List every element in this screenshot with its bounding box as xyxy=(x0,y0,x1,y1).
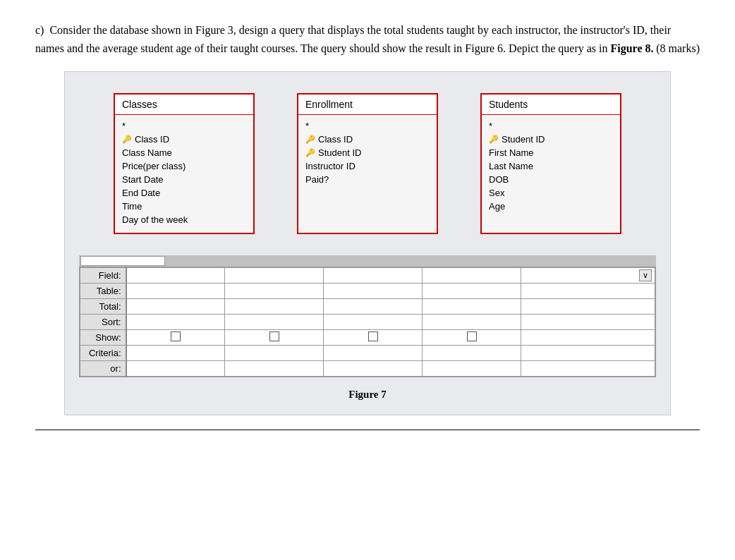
show-cell-5[interactable] xyxy=(521,330,655,346)
enrollment-table: Enrollment * 🔑 Class ID 🔑 Student ID Ins… xyxy=(297,93,438,234)
or-cell-3[interactable] xyxy=(324,361,423,377)
total-cell-3[interactable] xyxy=(324,299,423,315)
or-cell-5[interactable] xyxy=(521,361,655,377)
sort-cell-1[interactable] xyxy=(126,315,225,330)
students-age-label: Age xyxy=(489,201,505,212)
question-block: c) Consider the database shown in Figure… xyxy=(35,21,700,430)
query-grid-area: Field: ∨ Table: xyxy=(79,267,656,377)
show-cell-4[interactable] xyxy=(423,330,521,346)
classes-row-classname: Class Name xyxy=(122,146,246,159)
table-cell-5[interactable] xyxy=(521,284,655,299)
enrollment-studentid-label: Student ID xyxy=(318,147,361,158)
field-cell-4[interactable] xyxy=(423,268,521,284)
or-row: or: xyxy=(80,361,655,377)
marks: (8 marks) xyxy=(656,39,700,58)
enrollment-table-body: * 🔑 Class ID 🔑 Student ID Instructor ID … xyxy=(298,115,437,190)
checkbox-1[interactable] xyxy=(171,331,181,341)
criteria-cell-3[interactable] xyxy=(324,346,423,361)
table-cell-4[interactable] xyxy=(423,284,521,299)
students-row-firstname: First Name xyxy=(489,146,613,159)
students-row-age: Age xyxy=(489,200,613,213)
table-label: Table: xyxy=(80,284,126,299)
students-firstname-label: First Name xyxy=(489,147,534,158)
dropdown-arrow-icon[interactable]: ∨ xyxy=(639,269,652,281)
figure-container: Classes * 🔑 Class ID Class Name Price(pe… xyxy=(64,71,671,415)
show-row: Show: xyxy=(80,330,655,346)
table-row: Table: xyxy=(80,284,655,299)
students-studentid-label: Student ID xyxy=(502,134,545,145)
checkbox-4[interactable] xyxy=(467,331,477,341)
classes-table: Classes * 🔑 Class ID Class Name Price(pe… xyxy=(114,93,255,234)
or-cell-4[interactable] xyxy=(423,361,521,377)
classes-table-header: Classes xyxy=(115,95,253,115)
key-icon-enrollment-classid: 🔑 xyxy=(305,135,315,144)
students-asterisk: * xyxy=(489,119,613,133)
enrollment-row-studentid: 🔑 Student ID xyxy=(305,146,430,159)
students-row-dob: DOB xyxy=(489,173,613,186)
students-row-studentid: 🔑 Student ID xyxy=(489,133,613,146)
sort-cell-2[interactable] xyxy=(225,315,324,330)
checkbox-2[interactable] xyxy=(269,331,279,341)
show-label: Show: xyxy=(80,330,126,346)
enrollment-row-instructorid: Instructor ID xyxy=(305,159,430,173)
total-cell-5[interactable] xyxy=(521,299,655,315)
criteria-cell-1[interactable] xyxy=(126,346,225,361)
sort-row: Sort: xyxy=(80,315,655,330)
enrollment-asterisk: * xyxy=(305,119,430,133)
figure-ref: Figure 8. xyxy=(610,42,653,54)
show-cell-2[interactable] xyxy=(225,330,324,346)
classes-price-label: Price(per class) xyxy=(122,161,186,171)
show-cell-1[interactable] xyxy=(126,330,225,346)
criteria-row: Criteria: xyxy=(80,346,655,361)
classes-classid-label: Class ID xyxy=(135,134,169,145)
criteria-label: Criteria: xyxy=(80,346,126,361)
question-text: c) Consider the database shown in Figure… xyxy=(35,21,700,57)
field-cell-1[interactable] xyxy=(126,268,225,284)
checkbox-3[interactable] xyxy=(368,331,378,341)
question-label: c) xyxy=(35,21,44,39)
scrollbar-thumb[interactable] xyxy=(80,256,165,266)
classes-asterisk: * xyxy=(122,119,246,133)
classes-dayofweek-label: Day of the week xyxy=(122,214,188,225)
field-cell-2[interactable] xyxy=(225,268,324,284)
sort-cell-3[interactable] xyxy=(324,315,423,330)
key-icon-classid: 🔑 xyxy=(122,135,132,144)
enrollment-paid-label: Paid? xyxy=(305,174,329,185)
students-sex-label: Sex xyxy=(489,188,504,198)
or-cell-2[interactable] xyxy=(225,361,324,377)
show-cell-3[interactable] xyxy=(324,330,423,346)
query-grid-table: Field: ∨ Table: xyxy=(80,267,655,377)
total-cell-2[interactable] xyxy=(225,299,324,315)
classes-classname-label: Class Name xyxy=(122,147,172,158)
or-cell-1[interactable] xyxy=(126,361,225,377)
classes-row-enddate: End Date xyxy=(122,186,246,200)
classes-row-price: Price(per class) xyxy=(122,159,246,173)
classes-table-body: * 🔑 Class ID Class Name Price(per class)… xyxy=(115,115,253,231)
field-label: Field: xyxy=(80,268,126,284)
field-cell-3[interactable] xyxy=(324,268,423,284)
sort-cell-5[interactable] xyxy=(521,315,655,330)
enrollment-table-header: Enrollment xyxy=(298,95,437,115)
table-cell-2[interactable] xyxy=(225,284,324,299)
total-label: Total: xyxy=(80,299,126,315)
criteria-cell-4[interactable] xyxy=(423,346,521,361)
field-cell-5-dropdown[interactable]: ∨ xyxy=(521,268,655,284)
sort-cell-4[interactable] xyxy=(423,315,521,330)
total-cell-4[interactable] xyxy=(423,299,521,315)
classes-time-label: Time xyxy=(122,201,142,212)
classes-row-dayofweek: Day of the week xyxy=(122,213,246,226)
scrollbar-area[interactable] xyxy=(79,255,656,267)
classes-row-classid: 🔑 Class ID xyxy=(122,133,246,146)
students-row-lastname: Last Name xyxy=(489,159,613,173)
bottom-rule xyxy=(35,430,700,430)
key-icon-students-studentid: 🔑 xyxy=(489,135,499,144)
total-cell-1[interactable] xyxy=(126,299,225,315)
enrollment-row-paid: Paid? xyxy=(305,173,430,186)
students-table-body: * 🔑 Student ID First Name Last Name DOB xyxy=(482,115,620,217)
criteria-cell-2[interactable] xyxy=(225,346,324,361)
criteria-cell-5[interactable] xyxy=(521,346,655,361)
table-cell-1[interactable] xyxy=(126,284,225,299)
table-cell-3[interactable] xyxy=(324,284,423,299)
tables-area: Classes * 🔑 Class ID Class Name Price(pe… xyxy=(79,93,656,234)
classes-enddate-label: End Date xyxy=(122,188,160,198)
